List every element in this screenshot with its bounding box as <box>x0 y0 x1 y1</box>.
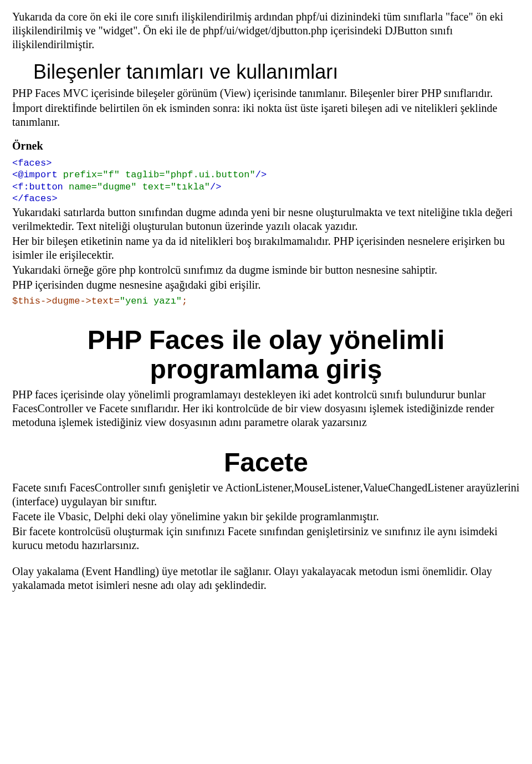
paragraph-event-handling: Olay yakalama (Event Handling) üye metot… <box>12 565 520 592</box>
paragraph-php-access: PHP içerisinden dugme nesnesine aşağıdak… <box>12 278 520 292</box>
paragraph-facete-extends: Facete sınıfı FacesController sınıfı gen… <box>12 481 520 509</box>
paragraph-button-explain: Yukarıdaki satırlarda button sınıfından … <box>12 206 520 233</box>
example-label: Örnek <box>12 139 520 153</box>
code-token: /> <box>210 182 221 192</box>
paragraph-core-prefix: Yukarıda da core ön eki ile core sınıfı … <box>12 10 520 52</box>
code-example-faces: <faces> <@import prefix="f" taglib="phpf… <box>12 157 520 204</box>
code-token: <f:button <box>12 182 69 192</box>
heading-php-faces-event: PHP Faces ile olay yönelimli programlama… <box>12 326 520 384</box>
code-token: text="tıkla" <box>136 182 210 192</box>
code-token: /> <box>255 170 267 180</box>
code-token: name="dugme" <box>69 182 136 192</box>
heading-line-2: programlama giriş <box>150 355 382 384</box>
code-token: "yeni yazı" <box>120 296 182 306</box>
paragraph-controller-dugme: Yukarıdaki örneğe göre php kontrolcü sın… <box>12 263 520 277</box>
paragraph-mvc-view: PHP Faces MVC içerisinde bileşeler görün… <box>12 86 520 100</box>
code-token: taglib="phpf.ui.button" <box>120 170 255 180</box>
code-token: <faces> <box>12 158 52 168</box>
heading-line-1: PHP Faces ile olay yönelimli <box>88 325 445 355</box>
heading-facete: Facete <box>12 448 520 478</box>
code-token: prefix="f" <box>63 170 120 180</box>
paragraph-name-id: Her bir bileşen etiketinin name ya da id… <box>12 234 520 262</box>
paragraph-import-directive: İmport direktifinde belirtilen ön ek ism… <box>12 101 520 129</box>
paragraph-facete-vb-delphi: Facete ile Vbasic, Delphi deki olay yöne… <box>12 510 520 524</box>
code-token: <@import <box>12 170 63 180</box>
code-token: $this->dugme->text= <box>12 296 120 306</box>
heading-bilesenler: Bileşenler tanımları ve kullanımları <box>12 59 520 84</box>
code-example-php-access: $this->dugme->text="yeni yazı"; <box>12 295 520 307</box>
code-token: </faces> <box>12 193 58 204</box>
paragraph-event-intro: PHP faces içerisinde olay yönelimli prog… <box>12 388 520 429</box>
paragraph-facete-constructor: Bir facete kontrolcüsü oluşturmak için s… <box>12 525 520 552</box>
code-token: ; <box>182 296 187 306</box>
